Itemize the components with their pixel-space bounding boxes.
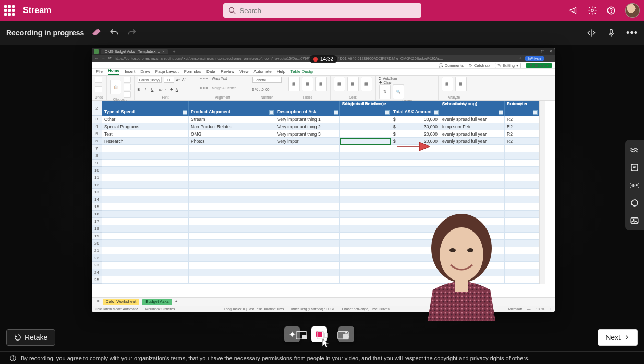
- recording-status: Recording in progress: [6, 29, 84, 37]
- gear-icon[interactable]: [588, 6, 597, 15]
- retake-button[interactable]: Retake: [6, 329, 55, 346]
- share-button[interactable]: ⇧ Share ▾: [526, 63, 552, 68]
- next-label: Next: [605, 333, 621, 342]
- legal-text: By recording, you agree to comply with y…: [21, 355, 529, 361]
- font-name-box[interactable]: Calibri (Body): [138, 77, 162, 83]
- mirror-icon[interactable]: [587, 28, 596, 38]
- excel-statusbar: Calculation Mode: Automatic Workbook Sta…: [92, 306, 555, 312]
- eraser-icon[interactable]: [91, 28, 102, 38]
- excel-app-icon: [94, 49, 99, 54]
- ribbon: Undo 📋Clipboard Calibri (Body)11A^A˅B I …: [92, 76, 555, 101]
- font-size-box[interactable]: 11: [164, 77, 174, 83]
- search-icon: [228, 7, 236, 14]
- window-max-icon[interactable]: ▢: [541, 49, 545, 54]
- sheets-menu-icon[interactable]: ≡: [97, 299, 100, 304]
- number-format-box[interactable]: General: [252, 77, 282, 83]
- note-icon[interactable]: [629, 162, 640, 173]
- more-icon[interactable]: •••: [626, 28, 638, 39]
- chevron-right-icon: [624, 334, 630, 341]
- recording-time: 14:32: [320, 56, 333, 62]
- svg-point-22: [13, 356, 13, 357]
- ribbon-tab[interactable]: File: [96, 69, 103, 75]
- ribbon-tab[interactable]: Table Design: [290, 69, 314, 75]
- stage: OMG Budget Asks - Template.xl… × + — ▢ ✕…: [0, 45, 644, 364]
- tab-title: OMG Budget Asks - Template.xl…: [105, 50, 160, 53]
- shared-screen: OMG Budget Asks - Template.xl… × + — ▢ ✕…: [92, 48, 555, 312]
- editing-mode-button[interactable]: ✎ Editing ▾: [495, 63, 521, 68]
- svg-rect-5: [610, 29, 613, 33]
- forward-icon[interactable]: →: [102, 57, 105, 60]
- refresh-icon[interactable]: ⟳: [108, 56, 112, 60]
- recording-toolbar: Recording in progress •••: [0, 21, 644, 45]
- sheet-tab[interactable]: Calc_Worksheet: [103, 299, 140, 305]
- suite-header-right: [569, 3, 640, 18]
- add-sheet-icon[interactable]: +: [175, 299, 178, 304]
- ribbon-group-label: Undo: [95, 95, 103, 99]
- image-icon[interactable]: [629, 215, 640, 226]
- search-input[interactable]: [240, 7, 416, 15]
- star-icon[interactable]: ☆: [519, 56, 522, 60]
- search-box[interactable]: [223, 3, 421, 18]
- info-icon: [9, 355, 17, 362]
- ribbon-tab[interactable]: Insert: [125, 69, 135, 75]
- svg-rect-19: [343, 334, 348, 338]
- gif-icon[interactable]: GIF: [629, 179, 640, 191]
- pip-small-icon[interactable]: [296, 331, 307, 340]
- record-dot-icon: [313, 57, 318, 62]
- megaphone-icon[interactable]: [569, 6, 578, 15]
- ribbon-tab[interactable]: Formulas: [184, 69, 201, 75]
- ribbon-group-label: Number: [252, 95, 282, 99]
- suite-header: Stream: [0, 0, 644, 21]
- retake-icon: [14, 334, 21, 341]
- ribbon-group-label: Analyze: [442, 95, 467, 99]
- browser-tabstrip: OMG Budget Asks - Template.xl… × + — ▢ ✕: [92, 48, 555, 55]
- ribbon-tabs: File Home Insert Draw Page Layout Formul…: [92, 69, 555, 76]
- help-icon[interactable]: [606, 6, 616, 15]
- svg-rect-15: [302, 335, 306, 338]
- undo-icon[interactable]: [109, 28, 119, 38]
- svg-point-0: [229, 8, 234, 13]
- sheet-tabs: ≡ Calc_Worksheet Budget Asks +: [92, 297, 555, 306]
- wave-icon[interactable]: [629, 144, 640, 155]
- legal-footer: By recording, you agree to comply with y…: [0, 351, 644, 364]
- spreadsheet[interactable]: 2Type of SpendProduct AlignmentDescripti…: [92, 101, 555, 297]
- ribbon-tab[interactable]: Automate: [253, 69, 271, 75]
- screen-recording-timer: 14:32: [309, 55, 337, 63]
- catchup-button[interactable]: ⟳ Catch up: [469, 63, 490, 68]
- sheet-tab[interactable]: Budget Asks: [142, 299, 172, 305]
- mic-icon[interactable]: [606, 28, 616, 38]
- inprivate-badge: InPrivate: [525, 56, 544, 61]
- lens-icon[interactable]: [629, 197, 640, 209]
- svg-line-1: [233, 12, 235, 14]
- paste-button[interactable]: 📋: [110, 80, 121, 94]
- ribbon-tab[interactable]: Page Layout: [155, 69, 179, 75]
- browser-menu-icon[interactable]: ⋯: [548, 56, 552, 60]
- ribbon-tab[interactable]: Draw: [140, 69, 150, 75]
- redo-icon[interactable]: [127, 28, 137, 38]
- comments-button[interactable]: 💬 Comments: [439, 63, 464, 68]
- ribbon-tab[interactable]: View: [239, 69, 248, 75]
- window-min-icon[interactable]: —: [532, 49, 537, 54]
- app-launcher-icon[interactable]: [4, 5, 15, 16]
- back-icon[interactable]: ←: [95, 57, 99, 60]
- svg-point-2: [591, 9, 594, 12]
- ribbon-group-label: Alignment: [200, 95, 246, 99]
- app-name: Stream: [23, 6, 51, 15]
- window-close-icon[interactable]: ✕: [549, 49, 553, 54]
- ribbon-tab[interactable]: Help: [277, 69, 285, 75]
- ribbon-group-label: Tables: [288, 95, 327, 99]
- effects-dock: GIF: [625, 140, 644, 230]
- pip-large-icon[interactable]: [337, 331, 349, 340]
- avatar[interactable]: [625, 3, 640, 18]
- next-button[interactable]: Next: [598, 329, 638, 346]
- ribbon-tab[interactable]: Review: [221, 69, 234, 75]
- close-icon[interactable]: ×: [162, 50, 164, 53]
- ribbon-group-label: Font: [138, 95, 193, 99]
- ribbon-tab[interactable]: Data: [206, 69, 215, 75]
- side-by-side-icon[interactable]: [317, 331, 328, 340]
- browser-tab[interactable]: OMG Budget Asks - Template.xl… ×: [101, 49, 168, 54]
- svg-point-4: [611, 12, 611, 13]
- ribbon-tab[interactable]: Home: [108, 68, 119, 75]
- svg-rect-17: [324, 333, 327, 337]
- new-tab-icon[interactable]: +: [173, 49, 175, 54]
